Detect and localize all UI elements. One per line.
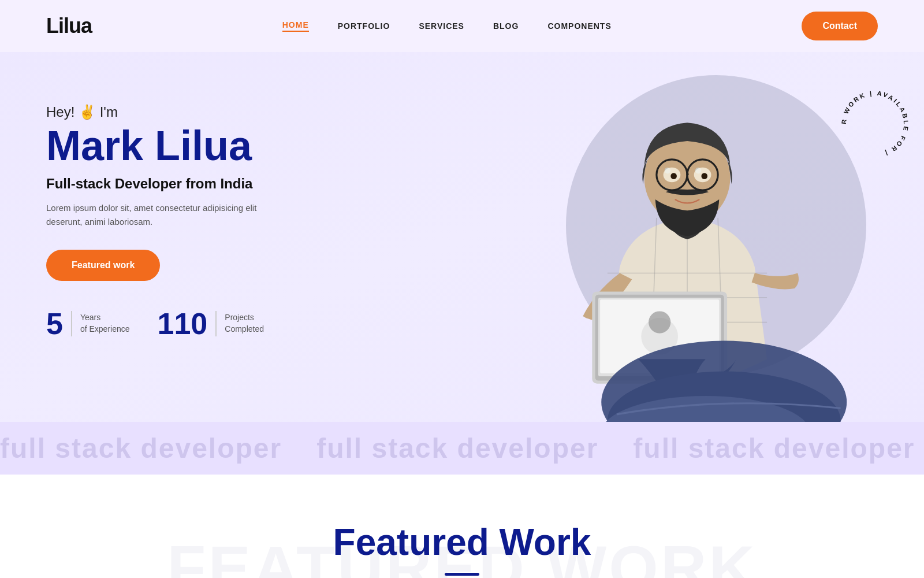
stat-projects-label: Projects Completed [225, 312, 264, 335]
nav-blog[interactable]: BLOG [493, 21, 519, 31]
section-title-underline [445, 573, 479, 576]
nav-components[interactable]: COMPONENTS [547, 21, 611, 31]
hero-content: Hey! ✌ I'm Mark Lilua Full-stack Develop… [46, 87, 266, 339]
scroll-text-3: full stack developer [633, 432, 915, 464]
hero-stats: 5 Years of Experience 110 Projects Compl… [46, 309, 266, 339]
hero-name: Mark Lilua [46, 125, 266, 166]
hero-character [485, 52, 889, 422]
stat-divider-1 [71, 311, 72, 336]
stat-experience: 5 Years of Experience [46, 309, 130, 339]
svg-point-18 [701, 173, 707, 179]
stat-projects: 110 Projects Completed [158, 309, 264, 339]
scroll-text-1: full stack developer [0, 432, 282, 464]
scroll-band-track: full stack developer full stack develope… [0, 432, 924, 464]
nav-portfolio[interactable]: PORTFOLIO [338, 21, 390, 31]
hero-image-area: R WORK | AVAILABLE FOR | [520, 52, 924, 422]
rotating-badge: R WORK | AVAILABLE FOR | [837, 87, 912, 162]
nav-services[interactable]: SERVICES [419, 21, 464, 31]
header: Lilua HOME PORTFOLIO SERVICES BLOG COMPO… [0, 0, 924, 52]
stat-divider-2 [215, 311, 217, 336]
svg-text:R WORK | AVAILABLE FOR |: R WORK | AVAILABLE FOR | [840, 90, 910, 157]
svg-point-17 [670, 173, 677, 179]
scroll-band: full stack developer full stack develope… [0, 422, 924, 475]
hero-description: Lorem ipsum dolor sit, amet consectetur … [46, 201, 266, 229]
hero-greeting: Hey! ✌ I'm [46, 104, 266, 120]
main-nav: HOME PORTFOLIO SERVICES BLOG COMPONENTS [282, 20, 612, 32]
svg-point-24 [649, 311, 670, 333]
stat-experience-number: 5 [46, 309, 63, 339]
featured-work-title: Featured Work [46, 521, 878, 564]
featured-work-button[interactable]: Featured work [46, 250, 160, 281]
stat-experience-label: Years of Experience [80, 312, 130, 335]
hero-title: Full-stack Developer from India [46, 176, 266, 192]
featured-work-section: Featured Work FEATURED WORK [0, 475, 924, 578]
stat-projects-number: 110 [158, 309, 208, 339]
scroll-text-2: full stack developer [316, 432, 598, 464]
logo: Lilua [46, 14, 92, 38]
hero-section: Hey! ✌ I'm Mark Lilua Full-stack Develop… [0, 52, 924, 422]
contact-button[interactable]: Contact [802, 12, 878, 40]
nav-home[interactable]: HOME [282, 20, 309, 32]
